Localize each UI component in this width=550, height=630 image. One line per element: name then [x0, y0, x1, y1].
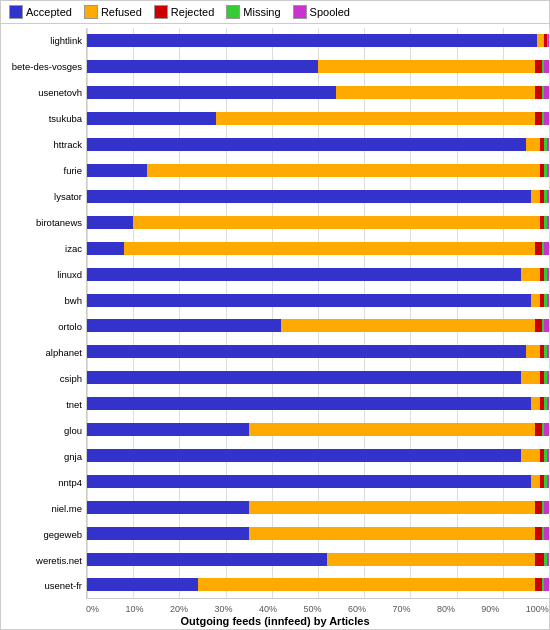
accepted-segment — [87, 164, 147, 177]
bar-row: 6282347 — [87, 291, 549, 309]
accepted-segment — [87, 397, 531, 410]
refused-segment — [531, 397, 540, 410]
refused-segment — [249, 501, 535, 514]
legend-color — [293, 5, 307, 19]
rejected-segment — [535, 578, 542, 591]
refused-segment — [521, 268, 539, 281]
y-label: birotanews — [36, 214, 82, 232]
spooled-segment — [544, 578, 549, 591]
refused-segment — [521, 371, 539, 384]
bar-row: 26272196 — [87, 84, 549, 102]
accepted-segment — [87, 190, 531, 203]
spooled-segment — [544, 501, 549, 514]
refused-segment — [531, 294, 540, 307]
y-label: usenet-fr — [45, 577, 83, 595]
refused-segment — [249, 527, 535, 540]
spooled-segment — [544, 423, 549, 436]
spooled-segment — [547, 268, 549, 281]
spooled-segment — [544, 60, 549, 73]
rejected-segment — [535, 319, 542, 332]
refused-segment — [216, 112, 535, 125]
refused-segment — [281, 319, 535, 332]
accepted-segment — [87, 449, 521, 462]
spooled-segment — [548, 34, 549, 47]
y-label: ortolo — [58, 317, 82, 335]
y-label: tsukuba — [49, 110, 82, 128]
accepted-segment — [87, 578, 198, 591]
spooled-segment — [547, 553, 549, 566]
bar-row: 6004370 — [87, 265, 549, 283]
spooled-segment — [544, 242, 549, 255]
bar-row: 4960300 — [87, 369, 549, 387]
spooled-segment — [547, 138, 549, 151]
chart-area: lightlinkbete-des-vosgesusenetovhtsukuba… — [1, 24, 549, 629]
rejected-segment — [535, 423, 542, 436]
bar-row: 2051258 — [87, 498, 549, 516]
spooled-segment — [547, 190, 549, 203]
refused-segment — [537, 34, 544, 47]
x-axis-title: Outgoing feeds (innfeed) by Articles — [1, 613, 549, 627]
y-label: csiph — [60, 369, 82, 387]
rejected-segment — [535, 501, 542, 514]
bar-row: 23772211 — [87, 58, 549, 76]
rejected-segment — [535, 527, 542, 540]
legend-label: Rejected — [171, 6, 214, 18]
y-label: gegeweb — [43, 525, 82, 543]
y-label: alphanet — [46, 343, 82, 361]
legend-label: Refused — [101, 6, 142, 18]
legend-color — [154, 5, 168, 19]
rejected-segment — [535, 553, 544, 566]
accepted-segment — [87, 527, 249, 540]
spooled-segment — [544, 319, 549, 332]
bar-row: 62705281 — [87, 32, 549, 50]
spooled-segment — [547, 371, 549, 384]
bar-row: 676605 — [87, 213, 549, 231]
accepted-segment — [87, 294, 531, 307]
bar-row: 2027236 — [87, 524, 549, 542]
rejected-segment — [535, 112, 542, 125]
rejected-segment — [535, 242, 542, 255]
y-label: gnja — [64, 447, 82, 465]
bar-row: 6140262 — [87, 472, 549, 490]
accepted-segment — [87, 86, 336, 99]
accepted-segment — [87, 34, 537, 47]
legend-item: Accepted — [9, 5, 72, 19]
spooled-segment — [544, 86, 549, 99]
spooled-segment — [547, 397, 549, 410]
refused-segment — [531, 475, 540, 488]
bars-area: 6270528123772211262721961381138162198073… — [86, 28, 549, 599]
rejected-segment — [535, 60, 542, 73]
accepted-segment — [87, 112, 216, 125]
legend-color — [226, 5, 240, 19]
accepted-segment — [87, 216, 133, 229]
y-label: httrack — [53, 136, 82, 154]
y-label: linuxd — [57, 266, 82, 284]
accepted-segment — [87, 345, 526, 358]
legend: AcceptedRefusedRejectedMissingSpooled — [1, 1, 549, 24]
refused-segment — [336, 86, 535, 99]
bar-row: 4966264 — [87, 446, 549, 464]
y-label: tnet — [66, 395, 82, 413]
accepted-segment — [87, 242, 124, 255]
y-label: glou — [64, 421, 82, 439]
spooled-segment — [547, 449, 549, 462]
bar-row: 5764663 — [87, 187, 549, 205]
accepted-segment — [87, 268, 521, 281]
bar-row: 3421753 — [87, 161, 549, 179]
bar-row: 6282291 — [87, 395, 549, 413]
y-label: furie — [64, 162, 82, 180]
legend-label: Missing — [243, 6, 280, 18]
bar-row: 2041268 — [87, 421, 549, 439]
refused-segment — [124, 242, 535, 255]
y-label: lightlink — [50, 32, 82, 50]
spooled-segment — [544, 112, 549, 125]
spooled-segment — [547, 164, 549, 177]
legend-item: Missing — [226, 5, 280, 19]
bar-row: 1444154 — [87, 576, 549, 594]
rejected-segment — [535, 86, 542, 99]
refused-segment — [521, 449, 539, 462]
refused-segment — [526, 138, 540, 151]
spooled-segment — [547, 294, 549, 307]
spooled-segment — [547, 345, 549, 358]
accepted-segment — [87, 138, 526, 151]
